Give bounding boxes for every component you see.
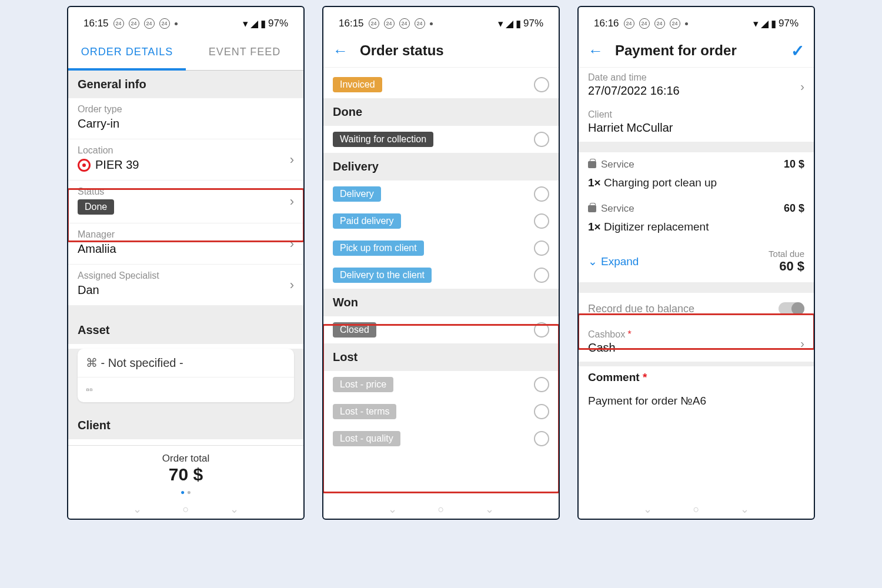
battery-icon: ▮ bbox=[260, 18, 266, 30]
expand-row: ⌄ Expand Total due 60 $ bbox=[579, 240, 814, 282]
comment-field[interactable]: Payment for order №A6 bbox=[579, 386, 814, 500]
row-order-type: Order type Carry-in bbox=[68, 98, 303, 139]
back-button[interactable]: ← bbox=[333, 42, 348, 60]
title-bar: ← Payment for order ✓ bbox=[579, 34, 814, 68]
specialist-label: Assigned Specialist bbox=[78, 270, 294, 281]
row-status[interactable]: Status Done › bbox=[68, 181, 303, 223]
service-line-1: 1× 1× Charging port clean upCharging por… bbox=[579, 176, 814, 196]
back-button[interactable]: ← bbox=[588, 42, 603, 60]
time-label: 16:15 bbox=[83, 18, 109, 29]
totaldue-value: 60 $ bbox=[769, 259, 804, 274]
section-asset: Asset bbox=[68, 316, 303, 344]
chevron-right-icon: › bbox=[290, 194, 294, 209]
phone-order-details: 16:15 24 24 24 24 ▾ ◢ ▮ 97% ORDER DETAIL… bbox=[67, 6, 305, 520]
ring-icon: 24 bbox=[654, 18, 665, 29]
status-option-lost-price[interactable]: Lost - price bbox=[323, 371, 559, 398]
hash-icon: ⌘ bbox=[86, 356, 98, 369]
status-option-paid-delivery[interactable]: Paid delivery bbox=[323, 208, 559, 235]
status-label: Status bbox=[78, 186, 294, 197]
date-value: 27/07/2022 16:16 bbox=[588, 84, 804, 98]
order-total-label: Order total bbox=[68, 453, 303, 465]
asset-value: - Not specified - bbox=[101, 356, 183, 369]
dot-icon bbox=[685, 22, 688, 25]
notch-icon: ⌄ bbox=[485, 503, 494, 516]
signal-icon: ◢ bbox=[506, 18, 513, 30]
row-datetime[interactable]: Date and time 27/07/2022 16:16 › bbox=[579, 68, 814, 105]
ring-icon: 24 bbox=[415, 18, 425, 29]
circle-icon: ○ bbox=[438, 503, 445, 516]
confirm-button[interactable]: ✓ bbox=[791, 41, 804, 61]
order-total-bar[interactable]: Order total 70 $ ● ● bbox=[68, 445, 303, 500]
status-option-invoiced[interactable]: Invoiced bbox=[323, 71, 559, 98]
dot-icon bbox=[175, 22, 178, 25]
row-cashbox[interactable]: Cashbox * Cash › bbox=[579, 325, 814, 362]
ring-icon: 24 bbox=[113, 18, 124, 29]
dot-icon bbox=[430, 22, 433, 25]
section-won: Won bbox=[323, 289, 559, 316]
notch-icon: ⌄ bbox=[740, 503, 749, 516]
page-title: Order status bbox=[360, 42, 444, 59]
asset-card[interactable]: ⌘ - Not specified - ▫▫ bbox=[78, 349, 294, 402]
cashbox-label: Cashbox bbox=[588, 329, 625, 339]
date-label: Date and time bbox=[588, 72, 804, 83]
status-badge: Lost - terms bbox=[333, 404, 396, 419]
ring-icon: 24 bbox=[639, 18, 650, 29]
radio-icon bbox=[534, 132, 549, 147]
time-label: 16:15 bbox=[339, 18, 364, 29]
status-badge: Pick up from client bbox=[333, 240, 424, 256]
battery-icon: ▮ bbox=[516, 18, 521, 30]
tab-order-details[interactable]: ORDER DETAILS bbox=[68, 34, 186, 71]
service-row-1: Service 10 $ bbox=[579, 152, 814, 176]
row-specialist[interactable]: Assigned Specialist Dan › bbox=[68, 265, 303, 306]
battery-percent: 97% bbox=[779, 18, 799, 29]
service-line-2: 1× Digitizer replacement bbox=[579, 220, 814, 240]
specialist-value: Dan bbox=[78, 283, 294, 297]
radio-icon bbox=[534, 213, 549, 229]
status-badge: Invoiced bbox=[333, 77, 382, 92]
service-row-2: Service 60 $ bbox=[579, 196, 814, 220]
ring-icon: 24 bbox=[384, 18, 395, 29]
battery-icon: ▮ bbox=[771, 18, 776, 30]
status-option-closed[interactable]: Closed bbox=[323, 316, 559, 343]
status-option-lost-terms[interactable]: Lost - terms bbox=[323, 398, 559, 425]
signal-icon: ◢ bbox=[761, 18, 769, 30]
status-badge: Delivery bbox=[333, 186, 381, 202]
page-title: Payment for order bbox=[615, 42, 737, 59]
wifi-icon: ▾ bbox=[243, 18, 248, 30]
manager-value: Amaliia bbox=[78, 242, 294, 256]
status-option-waiting[interactable]: Waiting for collection bbox=[323, 126, 559, 153]
status-option-delivery[interactable]: Delivery bbox=[323, 181, 559, 208]
row-location[interactable]: Location PIER 39 › bbox=[68, 139, 303, 181]
section-done: Done bbox=[323, 98, 559, 126]
title-bar: ← Order status bbox=[323, 34, 559, 68]
row-manager[interactable]: Manager Amaliia › bbox=[68, 223, 303, 265]
nav-bar: ⌄○⌄ bbox=[579, 500, 814, 519]
expand-button[interactable]: ⌄ Expand bbox=[588, 255, 639, 268]
status-badge: Lost - quality bbox=[333, 431, 400, 446]
status-option-delivery-to-client[interactable]: Delivery to the client bbox=[323, 262, 559, 289]
ring-icon: 24 bbox=[144, 18, 155, 29]
ring-icon: 24 bbox=[670, 18, 680, 29]
radio-icon bbox=[534, 77, 549, 92]
battery-percent: 97% bbox=[523, 18, 543, 29]
section-general-info: General info bbox=[68, 71, 303, 98]
circle-icon: ○ bbox=[183, 503, 189, 516]
signal-icon: ◢ bbox=[250, 18, 258, 30]
toggle-switch[interactable] bbox=[779, 302, 804, 315]
ring-icon: 24 bbox=[159, 18, 170, 29]
row-record-due[interactable]: Record due to balance bbox=[579, 293, 814, 325]
status-option-lost-quality[interactable]: Lost - quality bbox=[323, 425, 559, 452]
status-badge: Done bbox=[78, 199, 114, 215]
status-option-pickup[interactable]: Pick up from client bbox=[323, 235, 559, 262]
status-badge: Waiting for collection bbox=[333, 132, 433, 147]
order-type-label: Order type bbox=[78, 104, 294, 115]
radio-icon bbox=[534, 186, 549, 202]
notch-icon: ⌄ bbox=[230, 503, 239, 516]
status-bar: 16:15 24 24 24 24 ▾ ◢ ▮ 97% bbox=[68, 13, 303, 34]
location-value: PIER 39 bbox=[95, 158, 139, 172]
tab-event-feed[interactable]: EVENT FEED bbox=[186, 34, 303, 71]
ring-icon: 24 bbox=[624, 18, 634, 29]
notch-icon: ⌄ bbox=[388, 503, 397, 516]
briefcase-icon bbox=[588, 161, 596, 168]
radio-icon bbox=[534, 268, 549, 283]
